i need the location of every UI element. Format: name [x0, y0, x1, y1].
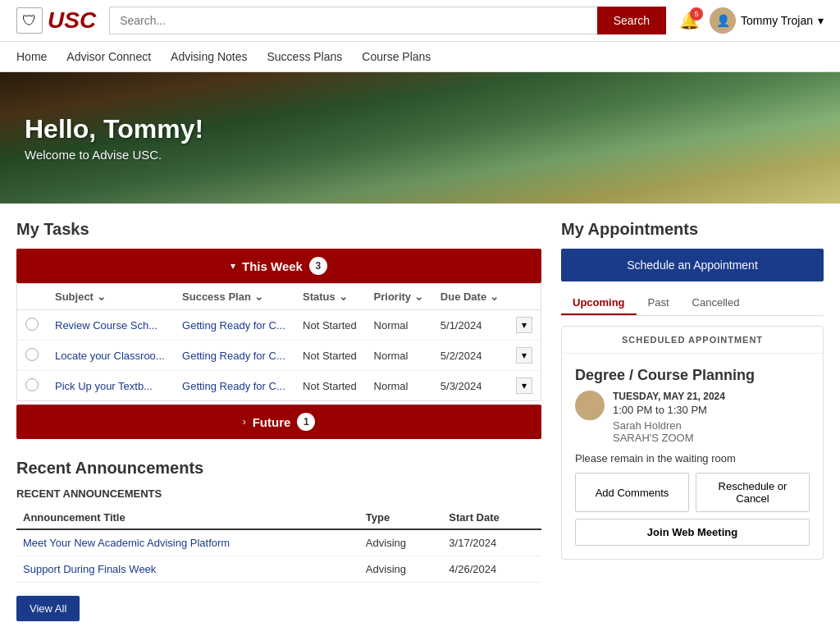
task-checkbox-cell[interactable]: [17, 310, 48, 341]
ann-col-type: Type: [359, 506, 442, 529]
tab-past[interactable]: Past: [637, 291, 681, 315]
task-subject-cell: Pick Up your Textb...: [47, 371, 174, 401]
ann-type-cell: Advising: [359, 529, 442, 556]
task-success-plan-link[interactable]: Getting Ready for C...: [182, 350, 285, 362]
advisor-name: Sarah Holdren: [613, 419, 725, 432]
appointment-time: 1:00 PM to 1:30 PM: [613, 404, 725, 416]
nav-advisor-connect[interactable]: Advisor Connect: [66, 50, 151, 63]
task-col-actions: [508, 284, 541, 310]
task-subject-link[interactable]: Locate your Classroo...: [55, 350, 165, 362]
task-success-plan-cell: Getting Ready for C...: [174, 310, 294, 341]
this-week-label: This Week: [242, 259, 303, 273]
appointment-card: SCHEDULED APPOINTMENT Degree / Course Pl…: [561, 326, 824, 560]
task-action-cell: ▾: [508, 341, 541, 371]
hero-subtitle: Welcome to Advise USC.: [25, 148, 815, 162]
task-due-date-cell: 5/1/2024: [432, 310, 508, 341]
task-checkbox-cell[interactable]: [17, 341, 48, 371]
list-item: Support During Finals Week Advising 4/26…: [16, 556, 541, 583]
tab-cancelled[interactable]: Cancelled: [681, 291, 751, 315]
future-count-badge: 1: [297, 413, 315, 431]
announcements-title: Recent Announcements: [16, 459, 541, 478]
ann-col-start-date: Start Date: [442, 506, 541, 529]
user-avatar: 👤: [710, 7, 736, 34]
task-col-check: [17, 284, 48, 310]
task-dropdown-button[interactable]: ▾: [516, 347, 532, 364]
task-checkbox-cell[interactable]: [17, 371, 48, 401]
priority-sort-icon: ⌄: [414, 291, 423, 303]
task-dropdown-button[interactable]: ▾: [516, 377, 532, 394]
task-col-priority[interactable]: Priority ⌄: [366, 284, 432, 310]
task-col-success-plan[interactable]: Success Plan ⌄: [174, 284, 294, 310]
header: 🛡 USC Search 🔔 5 👤 Tommy Trojan ▾: [0, 0, 840, 42]
left-column: My Tasks ▾ This Week 3 Subject ⌄: [16, 220, 541, 621]
ann-col-title: Announcement Title: [16, 506, 359, 529]
task-priority-cell: Normal: [366, 310, 432, 341]
ann-title-cell: Support During Finals Week: [16, 556, 359, 583]
ann-title-cell: Meet Your New Academic Advising Platform: [16, 529, 359, 556]
advisor-avatar: [575, 391, 605, 420]
task-due-date-cell: 5/3/2024: [432, 371, 508, 401]
task-action-cell: ▾: [508, 310, 541, 341]
task-col-due-date[interactable]: Due Date ⌄: [432, 284, 508, 310]
usc-shield-icon: 🛡: [16, 7, 43, 34]
hero-greeting: Hello, Tommy!: [25, 114, 815, 144]
task-success-plan-cell: Getting Ready for C...: [174, 371, 294, 401]
appointments-section: My Appointments Schedule an Appointment …: [561, 220, 824, 560]
reschedule-cancel-button[interactable]: Reschedule or Cancel: [696, 473, 810, 512]
appointment-date: TUESDAY, MAY 21, 2024: [613, 391, 725, 402]
task-success-plan-link[interactable]: Getting Ready for C...: [182, 319, 285, 332]
user-menu-button[interactable]: 👤 Tommy Trojan ▾: [710, 7, 824, 34]
subject-sort-icon: ⌄: [97, 291, 106, 303]
add-comments-button[interactable]: Add Comments: [575, 473, 689, 512]
hero-banner: Hello, Tommy! Welcome to Advise USC.: [0, 72, 840, 204]
ann-title-link[interactable]: Meet Your New Academic Advising Platform: [23, 537, 230, 549]
task-action-cell: ▾: [508, 371, 541, 401]
ann-start-date-cell: 3/17/2024: [442, 529, 541, 556]
nav-advising-notes[interactable]: Advising Notes: [171, 50, 247, 63]
main-nav: Home Advisor Connect Advising Notes Succ…: [0, 42, 840, 72]
appointment-details: TUESDAY, MAY 21, 2024 1:00 PM to 1:30 PM…: [613, 391, 725, 444]
right-column: My Appointments Schedule an Appointment …: [561, 220, 824, 621]
nav-course-plans[interactable]: Course Plans: [362, 50, 431, 63]
user-dropdown-icon: ▾: [818, 14, 824, 27]
task-checkbox[interactable]: [25, 318, 39, 331]
svg-point-0: [583, 396, 596, 409]
list-item: Meet Your New Academic Advising Platform…: [16, 529, 541, 556]
task-priority-cell: Normal: [366, 341, 432, 371]
table-row: Review Course Sch... Getting Ready for C…: [17, 310, 541, 341]
task-success-plan-cell: Getting Ready for C...: [174, 341, 294, 371]
header-right: 🔔 5 👤 Tommy Trojan ▾: [679, 7, 824, 34]
join-web-meeting-button[interactable]: Join Web Meeting: [575, 519, 810, 546]
task-col-status[interactable]: Status ⌄: [294, 284, 366, 310]
search-input[interactable]: [109, 7, 597, 34]
view-all-button[interactable]: View All: [16, 596, 80, 621]
table-row: Locate your Classroo... Getting Ready fo…: [17, 341, 541, 371]
search-button[interactable]: Search: [597, 7, 666, 34]
schedule-appointment-button[interactable]: Schedule an Appointment: [561, 249, 824, 281]
task-checkbox[interactable]: [25, 378, 39, 391]
search-bar: Search: [109, 7, 666, 34]
task-col-subject[interactable]: Subject ⌄: [47, 284, 174, 310]
future-bar[interactable]: › Future 1: [16, 405, 541, 439]
user-name: Tommy Trojan: [741, 14, 813, 27]
ann-start-date-cell: 4/26/2024: [442, 556, 541, 583]
appointment-actions: Add Comments Reschedule or Cancel: [575, 473, 810, 512]
task-checkbox[interactable]: [25, 348, 39, 361]
success-plan-sort-icon: ⌄: [254, 291, 263, 303]
notification-button[interactable]: 🔔 5: [679, 11, 700, 30]
task-subject-link[interactable]: Review Course Sch...: [55, 319, 158, 332]
main-content: My Tasks ▾ This Week 3 Subject ⌄: [0, 204, 840, 636]
task-success-plan-link[interactable]: Getting Ready for C...: [182, 380, 285, 392]
announcements-table-label: RECENT ANNOUNCEMENTS: [16, 487, 541, 500]
task-status-cell: Not Started: [294, 310, 366, 341]
task-subject-link[interactable]: Pick Up your Textb...: [55, 380, 153, 392]
due-date-sort-icon: ⌄: [490, 291, 499, 303]
nav-home[interactable]: Home: [16, 50, 47, 63]
ann-title-link[interactable]: Support During Finals Week: [23, 563, 156, 575]
appointment-title: Degree / Course Planning: [575, 367, 810, 384]
nav-success-plans[interactable]: Success Plans: [267, 50, 342, 63]
tab-upcoming[interactable]: Upcoming: [561, 291, 637, 315]
this-week-bar[interactable]: ▾ This Week 3: [16, 249, 541, 283]
task-dropdown-button[interactable]: ▾: [516, 317, 532, 333]
appointment-card-body: Degree / Course Planning TUESDAY, MAY 21…: [562, 354, 823, 559]
